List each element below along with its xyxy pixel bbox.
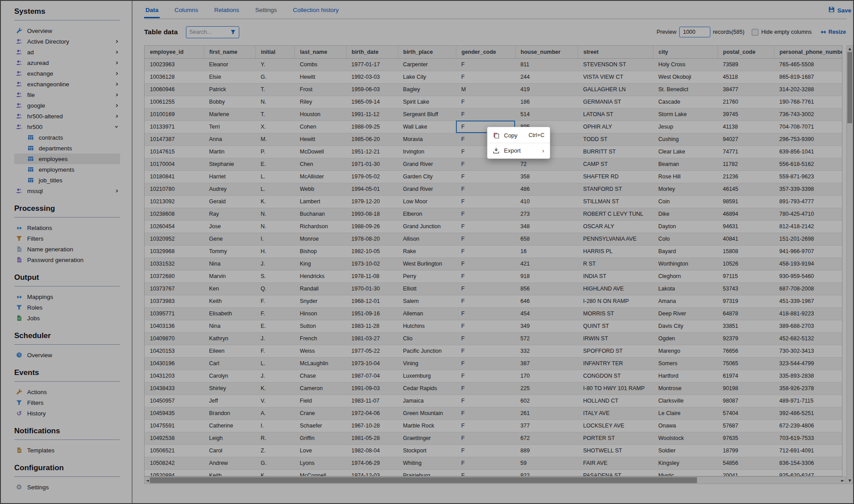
cell-city[interactable]: Onawa xyxy=(653,419,717,432)
cell-personal-phone-number[interactable]: 765-465-5508 xyxy=(774,58,842,71)
cell-personal-phone-number[interactable]: 672-239-4806 xyxy=(774,419,842,432)
cell-birth-date[interactable]: 1985-06-20 xyxy=(346,133,398,145)
cell-birth-date[interactable]: 1983-11-07 xyxy=(346,395,398,407)
cell-last-name[interactable]: Snyder xyxy=(294,295,346,307)
cell-postal-code[interactable]: 57687 xyxy=(717,419,774,432)
cell-city[interactable]: Deep River xyxy=(653,307,717,320)
cell-birth-date[interactable]: 1981-03-27 xyxy=(346,332,398,345)
cell-first-name[interactable]: Gene xyxy=(204,233,255,245)
cell-gender-code[interactable]: F xyxy=(456,444,515,457)
cell-employee-id[interactable]: 10438433 xyxy=(145,382,204,395)
cell-first-name[interactable]: Stephanie xyxy=(204,158,255,170)
cell-initial[interactable]: L. xyxy=(255,183,294,195)
cell-first-name[interactable]: Catherine xyxy=(204,419,255,432)
cell-birth-place[interactable]: Cedar Rapids xyxy=(398,382,456,395)
cell-birth-place[interactable]: Low Moor xyxy=(398,195,456,208)
column-header-initial[interactable]: initial xyxy=(255,46,294,58)
cell-initial[interactable]: Y. xyxy=(255,58,294,71)
cell-birth-place[interactable]: Hutchins xyxy=(398,320,456,332)
column-header-street[interactable]: street xyxy=(578,46,653,58)
cell-initial[interactable]: F. xyxy=(255,295,294,307)
cell-birth-date[interactable]: 1967-10-28 xyxy=(346,419,398,432)
sidebar-item-jobs[interactable]: Jobs xyxy=(14,313,120,323)
vertical-scrollbar[interactable]: ▲ ▼ xyxy=(846,45,853,484)
cell-birth-place[interactable]: Alleman xyxy=(398,307,456,320)
cell-first-name[interactable]: Carol xyxy=(204,444,255,457)
column-header-house-number[interactable]: house_number xyxy=(515,46,578,58)
cell-birth-date[interactable]: 1992-03-03 xyxy=(346,71,398,83)
cell-employee-id[interactable]: 10430196 xyxy=(145,357,204,370)
column-header-last-name[interactable]: last_name xyxy=(294,46,346,58)
cell-last-name[interactable]: Hewitt xyxy=(294,133,346,145)
cell-gender-code[interactable]: F xyxy=(456,58,515,71)
search-input[interactable] xyxy=(189,29,228,35)
cell-initial[interactable]: G. xyxy=(255,71,294,83)
cell-birth-date[interactable]: 1981-05-28 xyxy=(346,432,398,444)
cell-last-name[interactable]: Riley xyxy=(294,96,346,108)
cell-last-name[interactable]: Cohen xyxy=(294,121,346,133)
cell-house-number[interactable]: 377 xyxy=(515,419,578,432)
cell-initial[interactable]: Q. xyxy=(255,282,294,295)
cell-first-name[interactable]: Eileen xyxy=(204,345,255,357)
cell-personal-phone-number[interactable]: 930-959-5460 xyxy=(774,270,842,282)
cell-street[interactable]: QUINT ST xyxy=(578,320,653,332)
cell-initial[interactable]: H. xyxy=(255,245,294,258)
cell-postal-code[interactable]: 45118 xyxy=(717,71,774,83)
cell-street[interactable]: GERMANIA ST xyxy=(578,96,653,108)
tab-settings[interactable]: Settings xyxy=(254,1,278,18)
cell-last-name[interactable]: Chase xyxy=(294,370,346,382)
cell-initial[interactable]: N. xyxy=(255,96,294,108)
cell-initial[interactable]: N. xyxy=(255,220,294,233)
cell-personal-phone-number[interactable]: 392-486-5251 xyxy=(774,407,842,419)
cell-last-name[interactable]: Hewitt xyxy=(294,71,346,83)
cell-birth-place[interactable]: Moravia xyxy=(398,133,456,145)
scroll-right-icon[interactable]: ► xyxy=(841,477,844,484)
cell-city[interactable]: Rose Hill xyxy=(653,170,717,183)
cell-city[interactable]: Cascade xyxy=(653,96,717,108)
cell-initial[interactable]: M. xyxy=(255,133,294,145)
cell-employee-id[interactable]: 10023963 xyxy=(145,58,204,71)
cell-birth-place[interactable]: West Burlington xyxy=(398,258,456,270)
cell-postal-code[interactable]: 75065 xyxy=(717,357,774,370)
cell-initial[interactable]: G. xyxy=(255,457,294,469)
cell-personal-phone-number[interactable]: 925-620-6247 xyxy=(774,469,842,476)
cell-birth-place[interactable]: Bagley xyxy=(398,83,456,96)
cell-personal-phone-number[interactable]: 335-893-2838 xyxy=(774,370,842,382)
cell-gender-code[interactable]: F xyxy=(456,71,515,83)
cell-street[interactable]: SHAFTER RD xyxy=(578,170,653,183)
cell-postal-code[interactable]: 53743 xyxy=(717,282,774,295)
cell-postal-code[interactable]: 57404 xyxy=(717,407,774,419)
cell-last-name[interactable]: McConnell xyxy=(294,469,346,476)
cell-postal-code[interactable]: 97319 xyxy=(717,295,774,307)
cell-gender-code[interactable]: F xyxy=(456,457,515,469)
cell-first-name[interactable]: Leigh xyxy=(204,432,255,444)
cell-birth-date[interactable]: 1973-10-02 xyxy=(346,258,398,270)
cell-first-name[interactable]: Carl xyxy=(204,357,255,370)
cell-street[interactable]: INDIA ST xyxy=(578,270,653,282)
cell-birth-date[interactable]: 1983-11-28 xyxy=(346,320,398,332)
cell-street[interactable]: HARRIS PL xyxy=(578,245,653,258)
horizontal-scrollbar[interactable]: ◄ ► xyxy=(144,476,846,484)
cell-birth-place[interactable]: Grand River xyxy=(398,158,456,170)
tab-relations[interactable]: Relations xyxy=(213,1,241,18)
cell-initial[interactable]: R. xyxy=(255,432,294,444)
cell-house-number[interactable]: 387 xyxy=(515,357,578,370)
cell-gender-code[interactable]: F xyxy=(456,407,515,419)
cell-birth-place[interactable]: Prairieburg xyxy=(398,469,456,476)
cell-birth-date[interactable]: 1991-09-03 xyxy=(346,382,398,395)
save-button[interactable]: Save xyxy=(828,6,851,14)
cell-postal-code[interactable]: 94631 xyxy=(717,220,774,233)
sidebar-item-hr500-altered[interactable]: hr500-altered› xyxy=(14,111,120,121)
cell-city[interactable]: Dayton xyxy=(653,220,717,233)
column-header-birth-place[interactable]: birth_place xyxy=(398,46,456,58)
cell-postal-code[interactable]: 38477 xyxy=(717,83,774,96)
cell-employee-id[interactable]: 10147387 xyxy=(145,133,204,145)
cell-city[interactable]: Colo xyxy=(653,233,717,245)
cell-street[interactable]: STILLMAN ST xyxy=(578,195,653,208)
cell-birth-date[interactable]: 1991-11-12 xyxy=(346,108,398,121)
cell-birth-date[interactable]: 1982-08-04 xyxy=(346,444,398,457)
column-header-personal-phone-number[interactable]: personal_phone_number xyxy=(774,46,842,58)
cell-initial[interactable]: K. xyxy=(255,469,294,476)
cell-postal-code[interactable]: 11782 xyxy=(717,158,774,170)
sidebar-item-relations[interactable]: ↔Relations xyxy=(14,222,120,233)
